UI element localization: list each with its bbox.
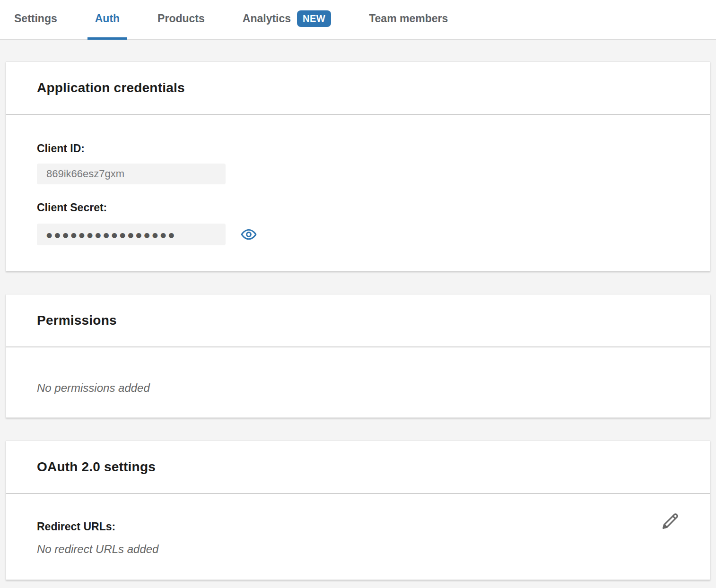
application-credentials-title: Application credentials: [37, 80, 185, 95]
client-secret-field[interactable]: ●●●●●●●●●●●●●●●●: [37, 224, 226, 245]
tab-team-members[interactable]: Team members: [361, 0, 455, 40]
client-secret-label: Client Secret:: [37, 201, 679, 214]
tab-bar: Settings Auth Products Analytics NEW Tea…: [0, 0, 716, 40]
client-id-label: Client ID:: [37, 142, 679, 155]
eye-icon: [241, 226, 257, 242]
oauth-settings-body: Redirect URLs: No redirect URLs added: [6, 494, 710, 579]
tab-team-members-label: Team members: [369, 12, 448, 25]
edit-redirect-urls-button[interactable]: [660, 511, 681, 532]
tab-products-label: Products: [157, 12, 205, 25]
pencil-icon: [660, 511, 681, 532]
oauth-settings-card: OAuth 2.0 settings Redirect URLs: No red…: [6, 441, 710, 580]
client-id-value: 869ik66esz7gxm: [46, 168, 124, 180]
tab-settings-label: Settings: [14, 12, 57, 25]
permissions-body: No permissions added: [6, 347, 710, 417]
tab-settings[interactable]: Settings: [7, 0, 65, 40]
new-badge: NEW: [297, 10, 331, 27]
tab-auth-label: Auth: [95, 12, 120, 25]
reveal-secret-button[interactable]: [241, 226, 257, 242]
client-secret-masked-value: ●●●●●●●●●●●●●●●●: [46, 232, 176, 238]
permissions-header: Permissions: [6, 294, 710, 347]
application-credentials-card: Application credentials Client ID: 869ik…: [6, 61, 710, 271]
tab-auth[interactable]: Auth: [87, 0, 127, 40]
application-credentials-body: Client ID: 869ik66esz7gxm Client Secret:…: [6, 115, 710, 271]
tab-products[interactable]: Products: [150, 0, 212, 40]
permissions-empty-text: No permissions added: [37, 381, 679, 395]
tab-analytics-label: Analytics: [243, 12, 291, 25]
page-content: Application credentials Client ID: 869ik…: [6, 61, 710, 580]
oauth-settings-title: OAuth 2.0 settings: [37, 459, 156, 475]
client-secret-row: ●●●●●●●●●●●●●●●●: [37, 224, 679, 245]
permissions-card: Permissions No permissions added: [6, 294, 710, 418]
client-id-field[interactable]: 869ik66esz7gxm: [37, 164, 226, 184]
oauth-settings-header: OAuth 2.0 settings: [6, 441, 710, 494]
permissions-title: Permissions: [37, 313, 117, 328]
tab-analytics[interactable]: Analytics NEW: [235, 0, 339, 40]
redirect-urls-label: Redirect URLs:: [37, 520, 679, 533]
redirect-urls-empty-text: No redirect URLs added: [37, 543, 679, 556]
application-credentials-header: Application credentials: [6, 62, 710, 115]
